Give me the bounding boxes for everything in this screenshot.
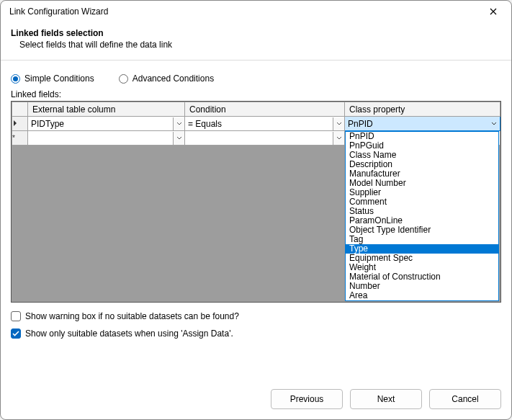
chevron-down-icon [336, 136, 342, 140]
wizard-footer: Previous Next Cancel [1, 379, 511, 419]
cell-condition-new[interactable] [185, 131, 345, 146]
step-description: Select fields that will define the data … [11, 40, 501, 50]
cell-class-property[interactable]: PnPID [345, 117, 500, 131]
close-button[interactable] [482, 3, 504, 20]
titlebar: Link Configuration Wizard [1, 1, 511, 22]
class-property-dropdown-list[interactable]: PnPIDPnPGuidClass NameDescriptionManufac… [345, 131, 499, 301]
cancel-button[interactable]: Cancel [429, 389, 501, 409]
dropdown-option[interactable]: Object Type Identifier [346, 225, 498, 235]
dropdown-button[interactable] [333, 132, 344, 145]
dropdown-button[interactable] [333, 117, 344, 130]
row-indicator-current[interactable] [12, 117, 28, 131]
cell-condition-value: = Equals [185, 119, 333, 129]
check-show-warning[interactable]: Show warning box if no suitable datasets… [11, 311, 501, 321]
chevron-down-icon [176, 122, 182, 126]
linked-fields-grid[interactable]: External table column Condition Class pr… [11, 101, 501, 303]
cell-external[interactable]: PIDType [28, 117, 185, 131]
previous-button[interactable]: Previous [271, 389, 343, 409]
chevron-down-icon [336, 122, 342, 126]
next-button[interactable]: Next [350, 389, 422, 409]
chevron-down-icon [491, 122, 497, 126]
checkmark-icon [12, 331, 19, 336]
dropdown-button[interactable] [173, 132, 184, 145]
col-header-condition[interactable]: Condition [185, 102, 345, 117]
close-icon [490, 8, 497, 15]
chevron-down-icon [176, 136, 182, 140]
row-indicator-new[interactable]: * [12, 131, 28, 146]
checkbox-icon [11, 329, 21, 339]
check-show-suitable-label: Show only suitable datasets when using '… [25, 329, 233, 339]
dropdown-button[interactable] [173, 117, 184, 130]
radio-icon [11, 74, 20, 84]
radio-advanced-label: Advanced Conditions [133, 73, 214, 84]
options-checks: Show warning box if no suitable datasets… [11, 311, 501, 339]
caret-right-icon [12, 120, 18, 127]
window-title: Link Configuration Wizard [9, 6, 108, 17]
radio-simple-label: Simple Conditions [24, 73, 94, 84]
col-header-class[interactable]: Class property [345, 102, 500, 117]
cell-condition[interactable]: = Equals [185, 117, 345, 131]
checkbox-icon [11, 311, 21, 321]
radio-icon [119, 74, 128, 84]
cell-external-new[interactable] [28, 131, 185, 146]
radio-simple-conditions[interactable]: Simple Conditions [11, 73, 94, 84]
col-header-external[interactable]: External table column [28, 102, 185, 117]
wizard-body: Simple Conditions Advanced Conditions Li… [1, 61, 511, 379]
dropdown-option[interactable]: Area [346, 291, 498, 300]
linked-fields-label: Linked fields: [11, 89, 501, 99]
window: Link Configuration Wizard Linked fields … [0, 0, 512, 420]
check-show-suitable[interactable]: Show only suitable datasets when using '… [11, 329, 501, 339]
radio-advanced-conditions[interactable]: Advanced Conditions [119, 73, 214, 84]
check-show-warning-label: Show warning box if no suitable datasets… [25, 311, 239, 321]
dropdown-option[interactable]: Tag [346, 235, 498, 244]
dropdown-button[interactable] [488, 117, 500, 130]
cell-class-value: PnPID [345, 119, 488, 129]
wizard-header: Linked fields selection Select fields th… [1, 22, 511, 61]
dropdown-option[interactable]: Number [346, 282, 498, 291]
grid-corner [12, 102, 28, 117]
step-title: Linked fields selection [11, 28, 501, 38]
cell-external-value: PIDType [28, 119, 173, 129]
conditions-mode-group: Simple Conditions Advanced Conditions [11, 73, 501, 84]
